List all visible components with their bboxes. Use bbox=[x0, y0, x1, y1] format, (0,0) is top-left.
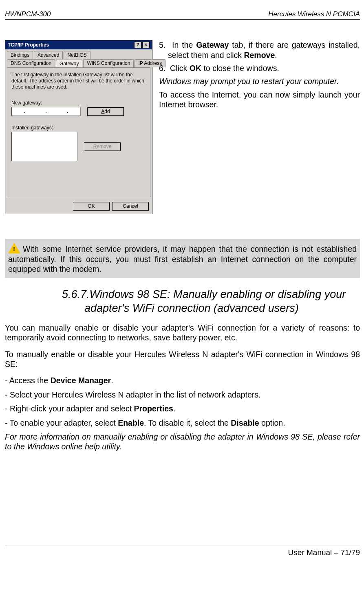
remove-button[interactable]: Remove bbox=[84, 142, 121, 151]
warning-text: With some Internet service providers, it… bbox=[8, 244, 357, 273]
step-5: 5. In the Gateway tab, if there are gate… bbox=[159, 40, 360, 60]
restart-note: Windows may prompt you to restart your c… bbox=[159, 76, 360, 86]
step-6: 6. Click OK to close the windows. bbox=[159, 63, 360, 73]
step-properties: - Right-click your adapter and select Pr… bbox=[5, 404, 360, 413]
tab-wins[interactable]: WINS Configuration bbox=[83, 59, 134, 67]
content-row: TCP/IP Properties ? × Bindings Advanced … bbox=[5, 40, 360, 214]
more-info-para: For more information on manually enablin… bbox=[5, 432, 360, 452]
access-note: To access the Internet, you can now simp… bbox=[159, 90, 360, 110]
cancel-button[interactable]: Cancel bbox=[112, 202, 149, 211]
tcpip-properties-dialog: TCP/IP Properties ? × Bindings Advanced … bbox=[5, 40, 152, 214]
step-enable-disable: - To enable your adapter, select Enable.… bbox=[5, 418, 360, 428]
intro-para-1: You can manually enable or disable your … bbox=[5, 323, 360, 343]
header-model: HWNPCM-300 bbox=[5, 10, 51, 18]
intro-para-2: To manually enable or disable your Hercu… bbox=[5, 349, 360, 369]
installed-gateways-list[interactable] bbox=[11, 132, 77, 161]
help-icon[interactable]: ? bbox=[134, 42, 141, 48]
tab-advanced[interactable]: Advanced bbox=[34, 51, 63, 59]
step-select-adapter: - Select your Hercules Wireless N adapte… bbox=[5, 390, 360, 400]
new-gateway-input[interactable]: . . . bbox=[11, 107, 81, 116]
instruction-text: 5. In the Gateway tab, if there are gate… bbox=[159, 40, 360, 214]
warning-note: With some Internet service providers, it… bbox=[5, 239, 360, 278]
page-footer: User Manual – 71/79 bbox=[5, 546, 360, 558]
tab-netbios[interactable]: NetBIOS bbox=[64, 51, 90, 59]
dialog-titlebar: TCP/IP Properties ? × bbox=[5, 40, 152, 49]
step-device-manager: - Access the Device Manager. bbox=[5, 375, 360, 385]
tab-gateway[interactable]: Gateway bbox=[56, 60, 82, 68]
new-gateway-label: New gateway: bbox=[11, 100, 146, 106]
warning-icon bbox=[8, 243, 20, 253]
add-button[interactable]: Add bbox=[87, 107, 124, 116]
tab-dns[interactable]: DNS Configuration bbox=[7, 59, 55, 67]
gateway-panel: The first gateway in the Installed Gatew… bbox=[7, 67, 150, 197]
panel-description: The first gateway in the Installed Gatew… bbox=[11, 72, 146, 90]
dialog-title-text: TCP/IP Properties bbox=[8, 42, 49, 48]
page-header: HWNPCM-300 Hercules Wireless N PCMCIA bbox=[5, 10, 360, 20]
header-product: Hercules Wireless N PCMCIA bbox=[268, 10, 360, 18]
close-icon[interactable]: × bbox=[142, 42, 150, 48]
ok-button[interactable]: OK bbox=[73, 202, 110, 211]
section-heading: 5.6.7.Windows 98 SE: Manually enabling o… bbox=[62, 288, 360, 315]
tab-bindings[interactable]: Bindings bbox=[7, 51, 33, 59]
screenshot-dialog: TCP/IP Properties ? × Bindings Advanced … bbox=[5, 40, 152, 214]
footer-text: User Manual – 71/79 bbox=[288, 548, 360, 557]
installed-gateways-label: Installed gateways: bbox=[11, 125, 146, 131]
